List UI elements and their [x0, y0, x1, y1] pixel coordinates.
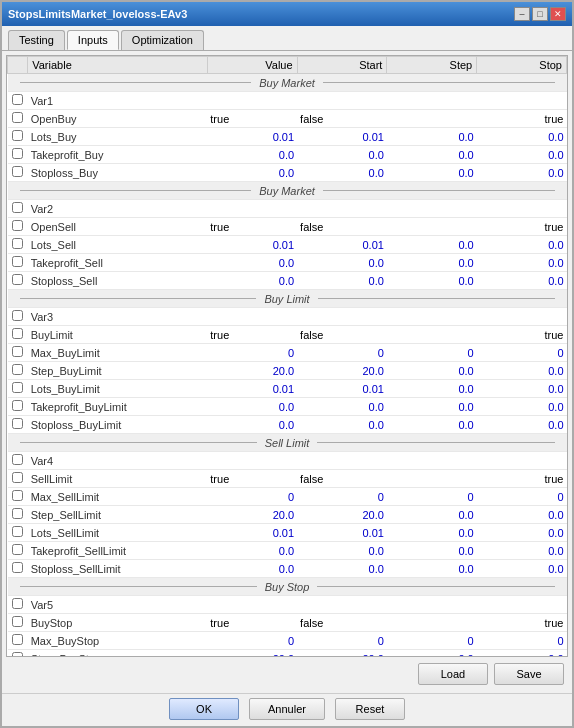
- table-row: OpenSell true false true: [8, 218, 567, 236]
- var-start: 0.0: [297, 560, 387, 578]
- row-checkbox[interactable]: [12, 238, 23, 249]
- row-checkbox[interactable]: [12, 382, 23, 393]
- row-checkbox[interactable]: [12, 256, 23, 267]
- var-stop: true: [477, 110, 567, 128]
- table-row: Max_BuyStop 0 0 0 0: [8, 632, 567, 650]
- var-value: 0.0: [207, 560, 297, 578]
- tab-optimization[interactable]: Optimization: [121, 30, 204, 50]
- table-row: Stoploss_Sell 0.0 0.0 0.0 0.0: [8, 272, 567, 290]
- var-value: 0.0: [207, 254, 297, 272]
- row-checkbox[interactable]: [12, 472, 23, 483]
- minimize-button[interactable]: –: [514, 7, 530, 21]
- var-value: 0.01: [207, 128, 297, 146]
- var-value: 0.01: [207, 236, 297, 254]
- row-checkbox[interactable]: [12, 346, 23, 357]
- row-checkbox-cell: [8, 596, 28, 614]
- var-name: OpenSell: [28, 218, 208, 236]
- annuler-button[interactable]: Annuler: [249, 698, 325, 720]
- var-value: 0: [207, 632, 297, 650]
- table-row: Stoploss_Buy 0.0 0.0 0.0 0.0: [8, 164, 567, 182]
- var-start: 0.0: [297, 272, 387, 290]
- row-checkbox[interactable]: [12, 526, 23, 537]
- var-stop: 0.0: [477, 362, 567, 380]
- maximize-button[interactable]: □: [532, 7, 548, 21]
- var-step: [387, 470, 477, 488]
- load-save-bar: Load Save: [6, 657, 568, 689]
- table-row: BuyLimit true false true: [8, 326, 567, 344]
- table-row: Buy Stop: [8, 578, 567, 596]
- row-checkbox[interactable]: [12, 274, 23, 285]
- var-stop: 0.0: [477, 524, 567, 542]
- var-value: [207, 92, 566, 110]
- var-stop: 0.0: [477, 164, 567, 182]
- col-variable: Variable: [28, 57, 208, 74]
- var-start: false: [297, 614, 387, 632]
- row-checkbox-cell: [8, 524, 28, 542]
- var-stop: 0.0: [477, 560, 567, 578]
- row-checkbox[interactable]: [12, 400, 23, 411]
- var-name: Var1: [28, 92, 208, 110]
- main-content: Variable Value Start Step Stop Buy Marke…: [2, 51, 572, 693]
- table-row: Buy Market: [8, 182, 567, 200]
- row-checkbox[interactable]: [12, 94, 23, 105]
- section-row: Buy Market: [8, 74, 567, 92]
- row-checkbox[interactable]: [12, 616, 23, 627]
- row-checkbox[interactable]: [12, 328, 23, 339]
- var-value: true: [207, 110, 297, 128]
- row-checkbox[interactable]: [12, 310, 23, 321]
- row-checkbox-cell: [8, 146, 28, 164]
- var-stop: 0.0: [477, 128, 567, 146]
- row-checkbox[interactable]: [12, 166, 23, 177]
- section-row: Buy Stop: [8, 578, 567, 596]
- row-checkbox[interactable]: [12, 202, 23, 213]
- table-row: Lots_SellLimit 0.01 0.01 0.0 0.0: [8, 524, 567, 542]
- var-name: Takeprofit_SellLimit: [28, 542, 208, 560]
- var-start: 0.0: [297, 542, 387, 560]
- row-checkbox[interactable]: [12, 598, 23, 609]
- table-row: Lots_Buy 0.01 0.01 0.0 0.0: [8, 128, 567, 146]
- var-start: 0.0: [297, 164, 387, 182]
- row-checkbox[interactable]: [12, 562, 23, 573]
- var-name: Max_BuyLimit: [28, 344, 208, 362]
- row-checkbox-cell: [8, 506, 28, 524]
- var-name: Max_SellLimit: [28, 488, 208, 506]
- tab-testing[interactable]: Testing: [8, 30, 65, 50]
- row-checkbox[interactable]: [12, 130, 23, 141]
- row-checkbox-cell: [8, 254, 28, 272]
- var-step: 0: [387, 632, 477, 650]
- col-value: Value: [207, 57, 297, 74]
- table-row: Takeprofit_BuyLimit 0.0 0.0 0.0 0.0: [8, 398, 567, 416]
- var-start: 0: [297, 632, 387, 650]
- var-start: 0.01: [297, 524, 387, 542]
- ok-button[interactable]: OK: [169, 698, 239, 720]
- table-row: Var5: [8, 596, 567, 614]
- table-row: SellLimit true false true: [8, 470, 567, 488]
- tab-inputs[interactable]: Inputs: [67, 30, 119, 50]
- row-checkbox[interactable]: [12, 148, 23, 159]
- var-name: Stoploss_Buy: [28, 164, 208, 182]
- row-checkbox[interactable]: [12, 544, 23, 555]
- row-checkbox[interactable]: [12, 508, 23, 519]
- row-checkbox[interactable]: [12, 220, 23, 231]
- var-step: 0.0: [387, 236, 477, 254]
- var-stop: 0: [477, 488, 567, 506]
- var-value: 0: [207, 488, 297, 506]
- var-step: 0.0: [387, 542, 477, 560]
- row-checkbox[interactable]: [12, 418, 23, 429]
- table-container[interactable]: Variable Value Start Step Stop Buy Marke…: [6, 55, 568, 657]
- row-checkbox[interactable]: [12, 112, 23, 123]
- save-button[interactable]: Save: [494, 663, 564, 685]
- row-checkbox[interactable]: [12, 634, 23, 645]
- table-row: Buy Limit: [8, 290, 567, 308]
- row-checkbox[interactable]: [12, 490, 23, 501]
- table-row: Takeprofit_SellLimit 0.0 0.0 0.0 0.0: [8, 542, 567, 560]
- var-stop: 0.0: [477, 146, 567, 164]
- load-button[interactable]: Load: [418, 663, 488, 685]
- var-name: OpenBuy: [28, 110, 208, 128]
- row-checkbox[interactable]: [12, 454, 23, 465]
- table-row: Var4: [8, 452, 567, 470]
- var-value: [207, 308, 566, 326]
- row-checkbox[interactable]: [12, 364, 23, 375]
- reset-button[interactable]: Reset: [335, 698, 405, 720]
- close-button[interactable]: ✕: [550, 7, 566, 21]
